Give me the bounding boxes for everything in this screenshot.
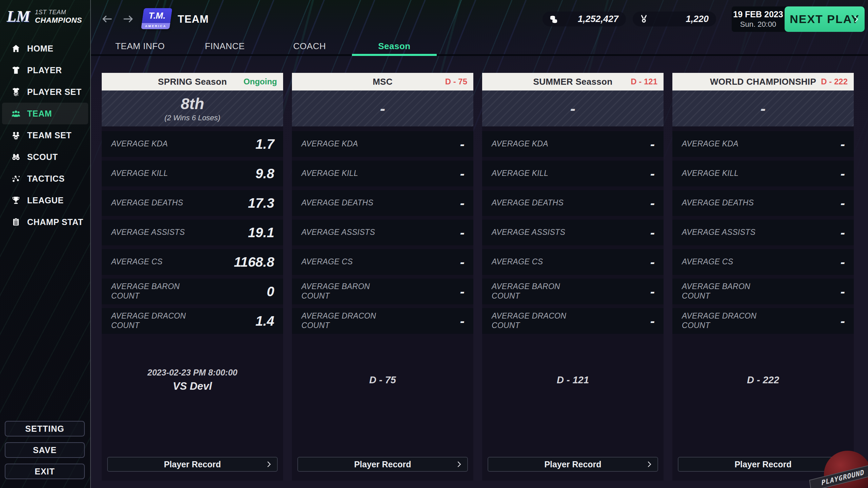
next-match-opponent: VS Devl — [173, 380, 212, 392]
stat-label: AVERAGE BARON COUNT — [682, 282, 767, 301]
sidebar-item-player[interactable]: PLAYER — [0, 59, 90, 81]
stat-value: - — [841, 284, 845, 299]
game-date-line2: Sun. 20:00 — [740, 20, 776, 29]
stat-label: AVERAGE DEATHS — [111, 198, 183, 208]
page-title: TEAM — [178, 0, 209, 38]
card-header: SPRING Season Ongoing — [102, 73, 283, 90]
stat-row: AVERAGE ASSISTS- — [482, 220, 664, 245]
sidebar-item-scout[interactable]: SCOUT — [0, 146, 90, 168]
stat-row: AVERAGE DRACON COUNT1.4 — [102, 308, 283, 334]
stat-value: - — [650, 313, 655, 329]
card-header: SUMMER Seasson D - 121 — [482, 73, 664, 90]
stat-label: AVERAGE CS — [682, 257, 733, 267]
sidebar-item-label: PLAYER SET — [27, 87, 82, 97]
stat-value: - — [650, 284, 655, 299]
stat-row: AVERAGE DRACON COUNT- — [292, 308, 473, 334]
sidebar-item-label: PLAYER — [27, 65, 62, 75]
stat-value: - — [460, 284, 465, 299]
player-record-button[interactable]: Player Record — [107, 457, 278, 472]
countdown-value: D - 75 — [369, 374, 396, 386]
team-emblem-short: T.M. — [149, 11, 165, 21]
card-status: D - 222 — [821, 77, 848, 86]
stat-value: 0 — [267, 284, 274, 299]
sidebar-item-team-set[interactable]: TEAM SET — [0, 124, 90, 146]
stat-row: AVERAGE BARON COUNT- — [672, 279, 854, 304]
card-header: WORLD CHAMPIONSHIP D - 222 — [672, 73, 854, 90]
logo-monogram: LM — [7, 9, 30, 24]
chevron-right-icon — [852, 15, 861, 24]
stat-label: AVERAGE CS — [492, 257, 543, 267]
sidebar-item-home[interactable]: HOME — [0, 38, 90, 59]
tab-coach[interactable]: COACH — [267, 38, 352, 54]
stat-value: - — [650, 196, 655, 211]
forward-button[interactable] — [121, 12, 135, 26]
rank-value: - — [570, 99, 575, 118]
card-world-championship: WORLD CHAMPIONSHIP D - 222 - AVERAGE KDA… — [672, 73, 854, 481]
tab-team-info[interactable]: TEAM INFO — [98, 38, 182, 54]
stat-label: AVERAGE KDA — [301, 139, 358, 149]
tab-season[interactable]: Season — [352, 38, 437, 54]
medal-display: 1,220 — [633, 12, 716, 26]
exit-button[interactable]: EXIT — [5, 464, 85, 479]
stat-row: AVERAGE KDA- — [482, 131, 664, 157]
tab-finance[interactable]: FINANCE — [182, 38, 267, 54]
stat-label: AVERAGE CS — [301, 257, 353, 267]
stat-value: - — [841, 137, 845, 152]
sidebar-item-label: TEAM SET — [27, 130, 72, 140]
player-record-button[interactable]: Player Record — [297, 457, 468, 472]
stat-row: AVERAGE ASSISTS- — [292, 220, 473, 245]
stat-label: AVERAGE ASSISTS — [492, 228, 565, 237]
card-title: MSC — [373, 77, 393, 87]
stat-value: - — [841, 196, 845, 211]
player-record-button[interactable]: Player Record — [488, 457, 658, 472]
stat-row: AVERAGE KDA- — [672, 131, 854, 157]
binoculars-icon — [11, 152, 21, 162]
stat-value: - — [650, 255, 655, 270]
countdown-info: D - 75 — [292, 334, 473, 457]
topbar: T.M. AMERICA TEAM 1,252,427 1,220 19 FEB… — [91, 0, 868, 38]
next-match-info: 2023-02-23 PM 8:00:00 VS Devl — [102, 334, 283, 457]
team-emblem[interactable]: T.M. AMERICA — [141, 8, 173, 29]
sidebar-item-team[interactable]: TEAM — [2, 103, 88, 124]
stat-label: AVERAGE ASSISTS — [111, 228, 185, 237]
sidebar-item-label: LEAGUE — [27, 196, 64, 205]
stat-value: 1.4 — [255, 313, 274, 329]
next-match-time: 2023-02-23 PM 8:00:00 — [147, 368, 237, 378]
back-button[interactable] — [100, 12, 114, 26]
stat-value: - — [650, 225, 655, 240]
logo-line2: CHAMPIONS — [35, 16, 82, 24]
stat-value: 1.7 — [255, 137, 274, 152]
stat-label: AVERAGE KDA — [111, 139, 168, 149]
chevron-right-icon — [265, 460, 273, 468]
player-record-button[interactable]: Player Record — [678, 457, 848, 472]
card-header: MSC D - 75 — [292, 73, 473, 90]
tab-bar: TEAM INFO FINANCE COACH Season — [91, 38, 868, 56]
card-summer-season: SUMMER Seasson D - 121 - AVERAGE KDA- AV… — [482, 73, 664, 481]
stat-row: AVERAGE BARON COUNT- — [482, 279, 664, 304]
card-title: SPRING Season — [158, 77, 227, 87]
medal-value: 1,220 — [686, 14, 709, 24]
save-button[interactable]: SAVE — [5, 442, 85, 458]
card-title: WORLD CHAMPIONSHIP — [710, 77, 816, 87]
stat-row: AVERAGE KILL- — [672, 161, 854, 186]
sidebar-item-label: TACTICS — [27, 174, 65, 184]
countdown-info: D - 121 — [482, 334, 664, 457]
stat-value: - — [841, 225, 845, 240]
stat-value: - — [460, 225, 465, 240]
team-emblem-region: AMERICA — [145, 24, 166, 28]
sidebar-item-champ-stat[interactable]: CHAMP STAT — [0, 211, 90, 233]
countdown-value: D - 222 — [747, 374, 779, 386]
stat-label: AVERAGE CS — [111, 257, 162, 267]
sidebar-item-league[interactable]: LEAGUE — [0, 189, 90, 211]
setting-button[interactable]: SETTING — [5, 421, 85, 436]
coins-icon — [549, 14, 559, 24]
game-date-line1: 19 FEB 2023 — [733, 9, 783, 20]
stat-label: AVERAGE BARON COUNT — [492, 282, 576, 301]
chevron-right-icon — [835, 460, 844, 468]
next-play-button[interactable]: NEXT PLAY — [785, 6, 865, 32]
sidebar-item-player-set[interactable]: PLAYER SET — [0, 81, 90, 103]
stat-label: AVERAGE BARON COUNT — [301, 282, 386, 301]
sidebar-item-tactics[interactable]: TACTICS — [0, 168, 90, 189]
stats-list: AVERAGE KDA- AVERAGE KILL- AVERAGE DEATH… — [292, 131, 473, 334]
stat-label: AVERAGE DEATHS — [492, 198, 564, 208]
